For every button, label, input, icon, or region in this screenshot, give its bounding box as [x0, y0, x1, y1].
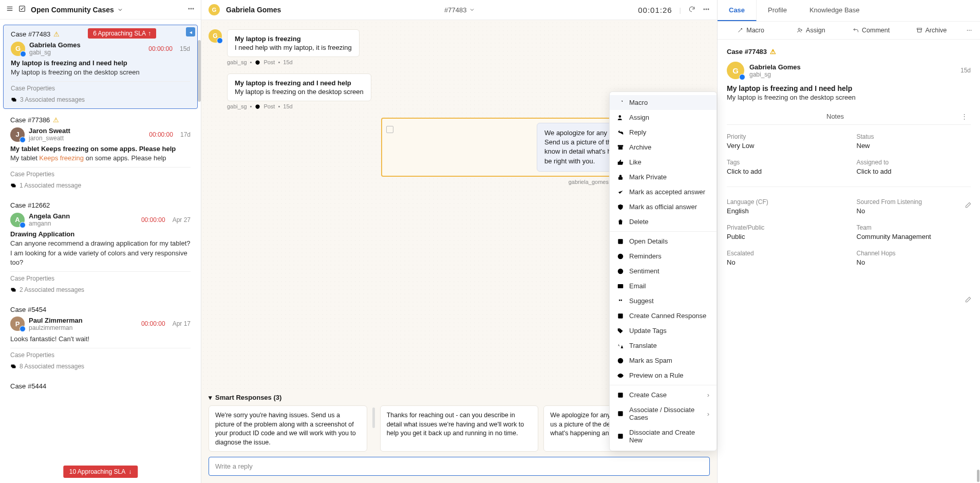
sla-badge[interactable]: 6 Approaching SLA ↑ — [88, 28, 156, 39]
menu-item-canned-response[interactable]: Create Canned Response — [610, 308, 717, 323]
scrollbar[interactable] — [198, 40, 201, 102]
menu-item-preview-rule[interactable]: Preview on a Rule — [610, 368, 717, 383]
contact-name[interactable]: Gabriela Gomes — [226, 6, 281, 14]
more-icon[interactable] — [703, 6, 710, 14]
case-card[interactable]: Case #77386 ⚠ J Jaron Sweatt jaron_sweat… — [3, 111, 198, 194]
menu-item-official-answer[interactable]: Mark as official answer — [610, 199, 717, 214]
caret-down-icon: ▾ — [209, 394, 212, 401]
case-age: 17d — [180, 131, 191, 138]
menu-item-open-details[interactable]: Open Details — [610, 234, 717, 249]
scrollbar[interactable] — [977, 470, 979, 482]
case-card[interactable]: Case #77483 ⚠ 6 Approaching SLA ↑ ◂ G Ga… — [3, 25, 198, 109]
avatar: G — [209, 29, 222, 43]
svg-point-20 — [619, 115, 621, 118]
menu-item-translate[interactable]: Translate — [610, 338, 717, 353]
menu-item-mark-spam[interactable]: Mark as Spam — [610, 353, 717, 368]
menu-item-dissociate-new[interactable]: Dissociate and Create New — [610, 425, 717, 448]
associated-messages[interactable]: 1 Associated message — [10, 182, 191, 189]
tab-knowledge-base[interactable]: Knowledge Base — [798, 0, 871, 21]
action-archive[interactable]: Archive — [901, 22, 962, 39]
menu-item-email[interactable]: Email — [610, 278, 717, 293]
edit-icon[interactable] — [965, 201, 972, 210]
action-macro[interactable]: Macro — [721, 22, 781, 39]
associated-messages[interactable]: 3 Associated messages — [11, 96, 190, 103]
menu-item-assign[interactable]: Assign — [610, 110, 717, 125]
collapse-icon[interactable]: ◂ — [186, 27, 195, 36]
menu-item-reply[interactable]: Reply — [610, 125, 717, 140]
wand-icon — [737, 27, 743, 33]
svg-point-1 — [189, 8, 190, 9]
menu-item-archive[interactable]: Archive — [610, 140, 717, 155]
chevron-down-icon — [469, 7, 475, 13]
checkbox-icon[interactable] — [18, 5, 26, 14]
menu-item-update-tags[interactable]: Update Tags — [610, 323, 717, 338]
case-body: My laptop is freezing on the desktop scr… — [11, 68, 190, 77]
reply-checkbox[interactable] — [386, 126, 393, 133]
prop-status[interactable]: StatusNew — [857, 133, 971, 150]
sub-tabs-more-icon[interactable]: ⋮ — [958, 109, 971, 123]
prop-sourced-listening[interactable]: Sourced From ListeningNo — [857, 198, 971, 215]
reply-input[interactable]: Write a reply — [209, 457, 710, 476]
case-title: Drawing Application — [10, 230, 191, 238]
case-card[interactable]: Case #5454 P Paul Zimmerman paulzimmerma… — [3, 301, 198, 375]
case-properties-label[interactable]: Case Properties — [10, 167, 191, 180]
associated-messages[interactable]: 8 Associated messages — [10, 363, 191, 370]
prop-tags[interactable]: TagsClick to add — [727, 159, 841, 175]
case-card[interactable]: Case #12662 A Angela Gann amgann 00:00:0… — [3, 196, 198, 299]
chevron-right-icon: › — [707, 410, 709, 418]
case-list[interactable]: Case #77483 ⚠ 6 Approaching SLA ↑ ◂ G Ga… — [0, 20, 201, 483]
edit-icon[interactable] — [965, 296, 972, 305]
case-title: My tablet Keeps freezing on some apps. P… — [10, 145, 191, 153]
quote-icon — [617, 298, 624, 305]
prop-language[interactable]: Language (CF)English — [727, 198, 841, 215]
tab-case[interactable]: Case — [718, 0, 757, 21]
tab-profile[interactable]: Profile — [757, 0, 798, 21]
associated-messages[interactable]: 2 Associated messages — [10, 286, 191, 293]
case-id-dropdown[interactable]: #77483 — [444, 6, 475, 14]
prop-channel-hops[interactable]: Channel HopsNo — [857, 250, 971, 266]
case-age: Apr 17 — [173, 320, 191, 327]
post-bubble[interactable]: My laptop is freezing I need help with m… — [227, 29, 360, 57]
svg-point-30 — [619, 375, 621, 377]
menu-item-reminders[interactable]: Reminders — [610, 249, 717, 264]
prop-team[interactable]: TeamCommunity Management — [857, 224, 971, 240]
action-assign[interactable]: Assign — [781, 22, 841, 39]
scrollbar[interactable] — [372, 407, 375, 428]
menu-item-like[interactable]: Like — [610, 155, 717, 170]
refresh-icon[interactable] — [688, 6, 695, 14]
prop-escalated[interactable]: EscalatedNo — [727, 250, 841, 266]
menu-item-create-case[interactable]: Create Case› — [610, 387, 717, 402]
action-more[interactable] — [962, 22, 977, 39]
more-icon[interactable] — [187, 5, 195, 14]
arrow-down-icon: ↓ — [128, 468, 131, 475]
thumbs-up-icon — [617, 159, 624, 166]
hamburger-icon[interactable] — [6, 5, 13, 14]
action-comment[interactable]: Comment — [841, 22, 901, 39]
queue-title[interactable]: Open Community Cases — [31, 6, 182, 14]
post-bubble[interactable]: My laptop is freezing and I need help My… — [227, 73, 371, 101]
menu-item-associate-cases[interactable]: Associate / Dissociate Cases› — [610, 402, 717, 425]
smart-response-card[interactable]: Thanks for reaching out - can you descri… — [380, 405, 539, 452]
menu-item-suggest[interactable]: Suggest — [610, 293, 717, 308]
menu-item-delete[interactable]: Delete — [610, 214, 717, 229]
timer: 00:00:00 — [148, 45, 173, 52]
case-id: Case #5454 — [10, 306, 46, 313]
person-name: Jaron Sweatt — [29, 127, 70, 135]
case-properties-label[interactable]: Case Properties — [10, 348, 191, 361]
menu-item-accepted-answer[interactable]: Mark as accepted answer — [610, 184, 717, 199]
smart-response-card[interactable]: We're sorry you're having issues. Send u… — [209, 405, 367, 452]
prop-assigned-to[interactable]: Assigned toClick to add — [857, 159, 971, 175]
menu-item-mark-private[interactable]: Mark Private — [610, 170, 717, 184]
case-properties-label[interactable]: Case Properties — [11, 81, 190, 94]
prop-private-public[interactable]: Private/PublicPublic — [727, 224, 841, 240]
case-card[interactable]: Case #5444 — [3, 377, 198, 398]
avatar: G — [727, 62, 744, 79]
menu-item-macro[interactable]: Macro — [610, 95, 717, 110]
person-handle: amgann — [29, 220, 70, 227]
prop-priority[interactable]: PriorityVery Low — [727, 133, 841, 150]
case-properties-label[interactable]: Case Properties — [10, 271, 191, 284]
case-timer: 00:01:26 — [638, 6, 672, 14]
sub-tab-notes[interactable]: Notes — [819, 108, 851, 124]
menu-item-sentiment[interactable]: Sentiment — [610, 264, 717, 278]
sla-badge-bottom[interactable]: 10 Approaching SLA ↓ — [63, 466, 138, 478]
